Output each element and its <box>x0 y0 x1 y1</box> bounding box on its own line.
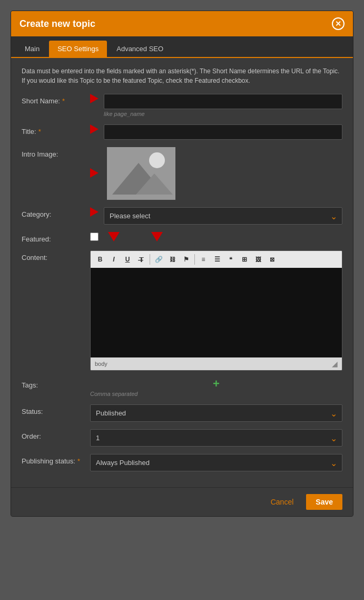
publishing-status-select-wrap: Always Published Scheduled Expired ⌄ <box>90 454 342 471</box>
toolbar-sep-1 <box>150 254 150 265</box>
cancel-button[interactable]: Cancel <box>263 494 301 510</box>
status-label: Status: <box>22 404 90 415</box>
intro-image-arrow <box>90 168 101 179</box>
ordered-list-button[interactable]: ≡ <box>197 253 210 266</box>
info-text: Data must be entered into the fields mar… <box>22 66 342 85</box>
tags-hint: Comma separated <box>90 391 342 397</box>
editor-toolbar: B I U T̶ 🔗 ⛓ ⚑ ≡ ☰ ❝ ⊞ 🖼 ⊠ <box>91 251 342 268</box>
content-row: Content: B I U T̶ 🔗 ⛓ ⚑ ≡ ☰ <box>22 250 342 371</box>
tabs-bar: Main SEO Settings Advanced SEO <box>11 36 353 58</box>
unlink-button[interactable]: ⛓ <box>166 253 179 266</box>
title-row: Title: * <box>22 124 342 140</box>
publishing-status-label: Publishing status: * <box>22 454 90 465</box>
save-button[interactable]: Save <box>306 494 342 510</box>
category-label: Category: <box>22 207 90 218</box>
modal-title: Create new topic <box>19 18 95 30</box>
short-name-label: Short Name: * <box>22 94 90 105</box>
blockquote-button[interactable]: ❝ <box>224 253 237 266</box>
content-control: B I U T̶ 🔗 ⛓ ⚑ ≡ ☰ ❝ ⊞ 🖼 ⊠ <box>90 250 342 371</box>
featured-label: Featured: <box>22 232 90 243</box>
tags-control: + Comma separated <box>90 378 342 397</box>
media-button[interactable]: ⊠ <box>265 253 278 266</box>
status-select[interactable]: Published Draft Unpublished <box>90 404 342 422</box>
featured-checkbox[interactable] <box>90 233 99 241</box>
short-name-input[interactable] <box>104 94 342 109</box>
category-control: Please select ⌄ <box>104 207 342 225</box>
editor-footer: body ◢ <box>91 357 342 370</box>
order-select-wrap: 1 2 3 ⌄ <box>90 429 342 447</box>
intro-image-label: Intro Image: <box>22 147 90 158</box>
modal-body: Data must be entered into the fields mar… <box>11 58 353 487</box>
featured-arrows <box>108 232 163 241</box>
arrow-right-icon-4 <box>90 207 99 217</box>
title-required: * <box>38 128 41 136</box>
category-select[interactable]: Please select <box>104 207 342 225</box>
status-control: Published Draft Unpublished ⌄ <box>90 404 342 422</box>
short-name-control: like page_name <box>104 94 342 117</box>
publishing-status-control: Always Published Scheduled Expired ⌄ <box>90 454 342 471</box>
image-placeholder[interactable] <box>107 147 175 200</box>
status-select-wrap: Published Draft Unpublished ⌄ <box>90 404 342 422</box>
flag-button[interactable]: ⚑ <box>180 253 192 266</box>
title-input[interactable] <box>104 124 342 140</box>
category-arrow <box>90 207 101 217</box>
arrow-right-icon-2 <box>90 124 99 134</box>
underline-button[interactable]: U <box>121 253 134 266</box>
category-select-wrap: Please select ⌄ <box>104 207 342 225</box>
close-button[interactable]: ✕ <box>332 17 345 30</box>
arrow-right-icon <box>90 94 99 103</box>
order-control: 1 2 3 ⌄ <box>90 429 342 447</box>
intro-image-area <box>90 147 175 200</box>
order-row: Order: 1 2 3 ⌄ <box>22 429 342 447</box>
tab-main[interactable]: Main <box>16 41 48 57</box>
order-label: Order: <box>22 429 90 440</box>
order-select[interactable]: 1 2 3 <box>90 429 342 447</box>
content-label: Content: <box>22 250 90 262</box>
tab-seo-settings[interactable]: SEO Settings <box>49 41 107 57</box>
table-button[interactable]: ⊞ <box>238 253 251 266</box>
image-button[interactable]: 🖼 <box>252 253 264 266</box>
featured-control <box>90 232 163 241</box>
link-button[interactable]: 🔗 <box>152 253 165 266</box>
rich-text-editor: B I U T̶ 🔗 ⛓ ⚑ ≡ ☰ ❝ ⊞ 🖼 ⊠ <box>90 250 342 371</box>
short-name-required: * <box>62 97 65 105</box>
resize-handle-icon: ◢ <box>332 360 338 368</box>
add-tag-button[interactable]: + <box>90 378 342 390</box>
featured-row: Featured: <box>22 232 342 243</box>
italic-button[interactable]: I <box>107 253 120 266</box>
arrow-down-icon-1 <box>108 232 120 241</box>
publishing-status-select[interactable]: Always Published Scheduled Expired <box>90 454 342 471</box>
publishing-status-row: Publishing status: * Always Published Sc… <box>22 454 342 471</box>
create-topic-modal: Create new topic ✕ Main SEO Settings Adv… <box>11 11 353 517</box>
short-name-arrow <box>90 94 101 103</box>
unordered-list-button[interactable]: ☰ <box>211 253 223 266</box>
tags-row: Tags: + Comma separated <box>22 378 342 397</box>
arrow-down-icon-2 <box>151 232 163 241</box>
editor-content-area[interactable] <box>91 268 342 357</box>
status-row: Status: Published Draft Unpublished ⌄ <box>22 404 342 422</box>
modal-header: Create new topic ✕ <box>11 11 353 36</box>
tab-advanced-seo[interactable]: Advanced SEO <box>108 41 172 57</box>
modal-footer: Cancel Save <box>11 487 353 516</box>
title-label: Title: * <box>22 124 90 136</box>
editor-body-label: body <box>95 361 107 367</box>
intro-image-row: Intro Image: <box>22 147 342 200</box>
publishing-status-required: * <box>77 457 80 465</box>
tags-label: Tags: <box>22 378 90 389</box>
category-row: Category: Please select ⌄ <box>22 207 342 225</box>
title-arrow <box>90 124 101 134</box>
mountain-image-icon <box>107 147 175 200</box>
short-name-hint: like page_name <box>104 111 342 117</box>
title-control <box>104 124 342 140</box>
short-name-row: Short Name: * like page_name <box>22 94 342 117</box>
toolbar-sep-2 <box>194 254 195 265</box>
svg-point-1 <box>149 152 165 168</box>
strikethrough-button[interactable]: T̶ <box>135 253 147 266</box>
bold-button[interactable]: B <box>94 253 106 266</box>
arrow-right-icon-3 <box>90 168 99 178</box>
